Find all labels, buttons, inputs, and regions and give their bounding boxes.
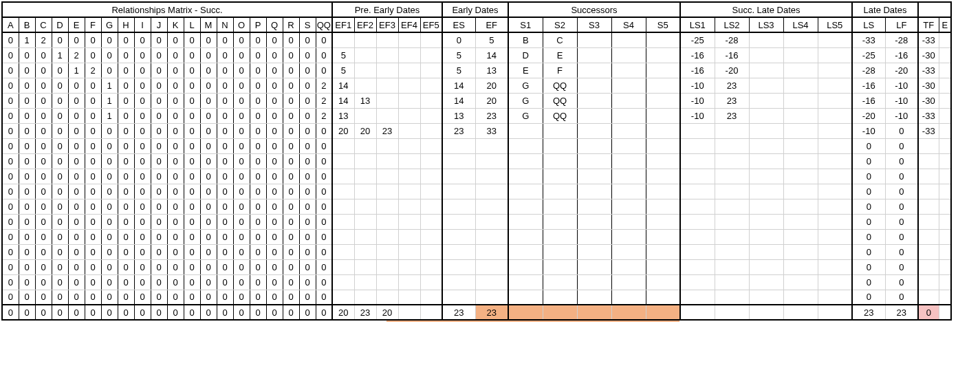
cell[interactable]: 0 [885, 274, 918, 290]
cell[interactable]: 23 [442, 123, 475, 138]
cell[interactable]: 0 [19, 274, 35, 290]
cell[interactable]: 0 [852, 153, 885, 169]
cell[interactable]: 2 [68, 47, 85, 63]
cell[interactable]: 0 [35, 63, 52, 78]
cell[interactable]: 0 [299, 93, 316, 108]
cell[interactable]: 14 [442, 93, 475, 108]
cell[interactable]: -28 [715, 32, 749, 47]
cell[interactable] [749, 78, 783, 93]
cell[interactable] [398, 229, 420, 244]
cell[interactable] [918, 184, 939, 199]
cell[interactable]: 0 [200, 153, 217, 169]
cell[interactable]: 0 [250, 32, 266, 47]
cell[interactable] [939, 244, 951, 259]
cell[interactable]: 0 [250, 47, 266, 63]
cell[interactable]: 13 [442, 108, 475, 123]
cell[interactable] [354, 153, 376, 169]
cell[interactable] [818, 199, 852, 214]
cell[interactable] [611, 153, 646, 169]
cell[interactable]: 0 [85, 153, 101, 169]
cell[interactable]: 0 [118, 290, 134, 305]
cell[interactable]: 0 [250, 214, 266, 229]
cell[interactable]: 23 [475, 108, 508, 123]
cell[interactable]: 0 [101, 274, 118, 290]
cell[interactable] [939, 274, 951, 290]
cell[interactable]: 0 [250, 169, 266, 184]
cell[interactable]: 0 [250, 229, 266, 244]
cell[interactable] [646, 169, 680, 184]
cell[interactable]: 0 [299, 63, 316, 78]
cell[interactable]: 0 [134, 108, 151, 123]
cell[interactable]: 0 [250, 78, 266, 93]
cell[interactable]: 0 [35, 199, 52, 214]
cell[interactable] [749, 108, 783, 123]
cell[interactable] [749, 305, 783, 320]
cell[interactable]: 0 [299, 199, 316, 214]
cell[interactable]: 0 [134, 169, 151, 184]
cell[interactable]: 0 [151, 32, 167, 47]
cell[interactable]: 0 [299, 138, 316, 153]
cell[interactable]: 0 [101, 199, 118, 214]
cell[interactable]: 0 [134, 63, 151, 78]
cell[interactable]: 0 [167, 78, 184, 93]
cell[interactable] [376, 214, 398, 229]
cell[interactable]: 0 [885, 259, 918, 274]
cell[interactable]: 0 [217, 290, 233, 305]
cell[interactable] [508, 305, 543, 320]
cell[interactable]: 0 [233, 93, 250, 108]
cell[interactable] [918, 274, 939, 290]
cell[interactable] [818, 63, 852, 78]
cell[interactable]: -30 [918, 78, 939, 93]
cell[interactable]: 0 [35, 78, 52, 93]
cell[interactable]: 0 [19, 259, 35, 274]
cell[interactable] [749, 214, 783, 229]
cell[interactable] [715, 305, 749, 320]
cell[interactable] [577, 32, 611, 47]
cell[interactable]: 0 [167, 123, 184, 138]
cell[interactable] [611, 169, 646, 184]
cell[interactable]: 0 [151, 244, 167, 259]
cell[interactable] [783, 78, 818, 93]
cell[interactable] [398, 244, 420, 259]
cell[interactable]: 0 [250, 108, 266, 123]
cell[interactable]: 0 [2, 229, 19, 244]
cell[interactable] [354, 290, 376, 305]
cell[interactable]: 0 [2, 93, 19, 108]
cell[interactable] [376, 184, 398, 199]
cell[interactable]: -33 [918, 32, 939, 47]
cell[interactable] [783, 47, 818, 63]
cell[interactable] [783, 229, 818, 244]
cell[interactable] [376, 108, 398, 123]
cell[interactable] [646, 78, 680, 93]
cell[interactable]: 0 [85, 229, 101, 244]
cell[interactable] [818, 169, 852, 184]
cell[interactable]: 0 [217, 214, 233, 229]
cell[interactable]: -20 [885, 63, 918, 78]
cell[interactable] [376, 47, 398, 63]
cell[interactable] [715, 153, 749, 169]
cell[interactable]: 0 [85, 138, 101, 153]
cell[interactable] [577, 259, 611, 274]
cell[interactable]: 0 [52, 259, 68, 274]
cell[interactable] [376, 93, 398, 108]
cell[interactable] [508, 214, 543, 229]
cell[interactable] [611, 78, 646, 93]
cell[interactable]: 0 [283, 244, 299, 259]
cell[interactable] [680, 184, 715, 199]
cell[interactable] [354, 184, 376, 199]
cell[interactable]: 0 [316, 274, 332, 290]
cell[interactable] [420, 93, 442, 108]
cell[interactable]: 0 [19, 229, 35, 244]
cell[interactable] [376, 229, 398, 244]
cell[interactable]: 0 [233, 214, 250, 229]
cell[interactable]: 0 [266, 259, 283, 274]
cell[interactable] [783, 93, 818, 108]
cell[interactable]: 0 [118, 63, 134, 78]
cell[interactable] [783, 63, 818, 78]
cell[interactable]: 0 [200, 274, 217, 290]
cell[interactable] [939, 305, 951, 320]
cell[interactable]: 0 [151, 199, 167, 214]
cell[interactable]: 0 [85, 274, 101, 290]
cell[interactable] [939, 169, 951, 184]
cell[interactable]: 0 [316, 63, 332, 78]
